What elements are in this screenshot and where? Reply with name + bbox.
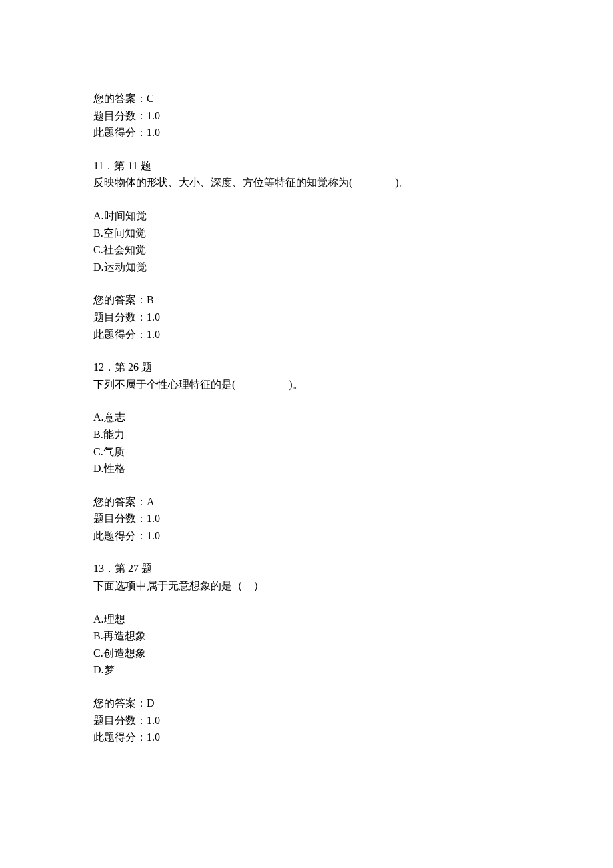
score-line: 题目分数：1.0 xyxy=(93,712,520,729)
your-answer-value: C xyxy=(147,93,154,104)
your-answer-line: 您的答案：B xyxy=(93,291,520,309)
question-number: 12．第 26 题 xyxy=(93,359,520,376)
your-answer-line: 您的答案：A xyxy=(93,493,520,511)
score-line: 题目分数：1.0 xyxy=(93,107,520,125)
option-c: C.气质 xyxy=(93,443,520,461)
options-block: A.时间知觉 B.空间知觉 C.社会知觉 D.运动知觉 xyxy=(93,207,520,275)
your-answer-line: 您的答案：C xyxy=(93,90,520,107)
option-a: A.时间知觉 xyxy=(93,207,520,225)
options-block: A.理想 B.再造想象 C.创造想象 D.梦 xyxy=(93,611,520,679)
earned-label: 此题得分： xyxy=(93,127,147,138)
score-line: 题目分数：1.0 xyxy=(93,309,520,326)
question-stem: 下列不属于个性心理特征的是( )。 xyxy=(93,376,520,393)
score-label: 题目分数： xyxy=(93,513,147,524)
earned-line: 此题得分：1.0 xyxy=(93,729,520,746)
earned-value: 1.0 xyxy=(147,530,160,541)
options-block: A.意志 B.能力 C.气质 D.性格 xyxy=(93,409,520,477)
answer-block: 您的答案：A 题目分数：1.0 此题得分：1.0 xyxy=(93,493,520,545)
earned-label: 此题得分： xyxy=(93,530,147,541)
question-block: 13．第 27 题 下面选项中属于无意想象的是（ ） xyxy=(93,560,520,594)
score-label: 题目分数： xyxy=(93,110,147,121)
score-line: 题目分数：1.0 xyxy=(93,510,520,527)
option-d: D.运动知觉 xyxy=(93,259,520,276)
prev-answer-block: 您的答案：C 题目分数：1.0 此题得分：1.0 xyxy=(93,90,520,141)
score-value: 1.0 xyxy=(147,715,160,726)
your-answer-value: D xyxy=(147,697,155,709)
earned-label: 此题得分： xyxy=(93,329,147,340)
earned-line: 此题得分：1.0 xyxy=(93,124,520,141)
question-stem: 下面选项中属于无意想象的是（ ） xyxy=(93,577,520,595)
question-block: 12．第 26 题 下列不属于个性心理特征的是( )。 xyxy=(93,359,520,393)
option-d: D.梦 xyxy=(93,661,520,679)
score-label: 题目分数： xyxy=(93,311,147,323)
score-value: 1.0 xyxy=(147,110,160,121)
question-stem: 反映物体的形状、大小、深度、方位等特征的知觉称为( )。 xyxy=(93,174,520,191)
option-b: B.再造想象 xyxy=(93,627,520,645)
your-answer-label: 您的答案： xyxy=(93,294,147,305)
option-a: A.意志 xyxy=(93,409,520,426)
option-c: C.创造想象 xyxy=(93,645,520,662)
your-answer-value: A xyxy=(147,496,155,507)
earned-value: 1.0 xyxy=(147,127,160,138)
your-answer-label: 您的答案： xyxy=(93,697,147,709)
option-b: B.能力 xyxy=(93,426,520,443)
option-a: A.理想 xyxy=(93,611,520,628)
earned-line: 此题得分：1.0 xyxy=(93,527,520,545)
your-answer-line: 您的答案：D xyxy=(93,695,520,712)
option-d: D.性格 xyxy=(93,460,520,477)
earned-label: 此题得分： xyxy=(93,731,147,743)
question-number: 13．第 27 题 xyxy=(93,560,520,577)
answer-block: 您的答案：D 题目分数：1.0 此题得分：1.0 xyxy=(93,695,520,746)
page-container: 您的答案：C 题目分数：1.0 此题得分：1.0 11．第 11 题 反映物体的… xyxy=(0,0,613,868)
option-b: B.空间知觉 xyxy=(93,225,520,242)
your-answer-value: B xyxy=(147,294,154,305)
question-number: 11．第 11 题 xyxy=(93,157,520,175)
earned-value: 1.0 xyxy=(147,731,160,743)
option-c: C.社会知觉 xyxy=(93,241,520,259)
earned-value: 1.0 xyxy=(147,329,160,340)
score-value: 1.0 xyxy=(147,311,160,323)
score-label: 题目分数： xyxy=(93,715,147,726)
earned-line: 此题得分：1.0 xyxy=(93,326,520,343)
score-value: 1.0 xyxy=(147,513,160,524)
question-block: 11．第 11 题 反映物体的形状、大小、深度、方位等特征的知觉称为( )。 xyxy=(93,157,520,191)
your-answer-label: 您的答案： xyxy=(93,93,147,104)
your-answer-label: 您的答案： xyxy=(93,496,147,507)
answer-block: 您的答案：B 题目分数：1.0 此题得分：1.0 xyxy=(93,291,520,343)
